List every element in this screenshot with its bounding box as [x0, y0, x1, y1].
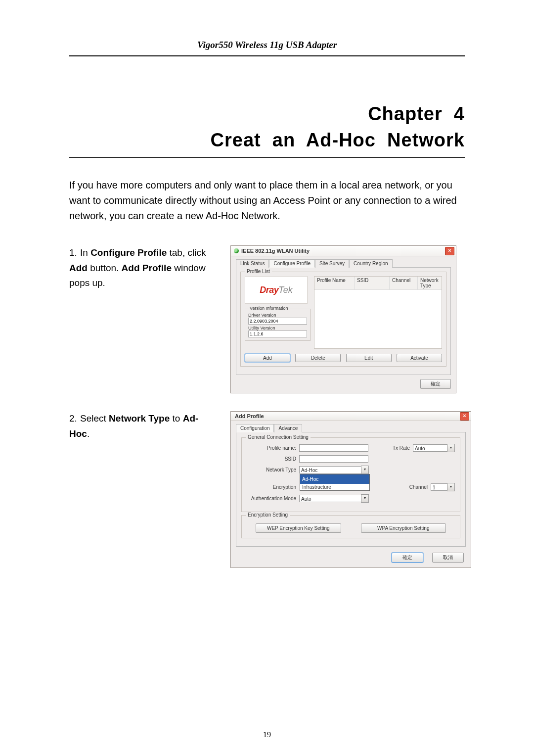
- network-type-options: Ad-Hoc Infrastructure: [300, 474, 370, 491]
- encryption-label: Encryption: [247, 484, 296, 490]
- channel-select[interactable]: 1: [431, 483, 447, 491]
- step-2-text: 2.Select Network Type to Ad-Hoc.: [69, 411, 218, 441]
- wlan-utility-dialog: IEEE 802.11g WLAN Utility × Link Status …: [230, 245, 456, 393]
- utility-version-field: [248, 331, 307, 337]
- cancel-button[interactable]: 取消: [432, 553, 464, 563]
- chapter-title: Creat an Ad-Hoc Network: [69, 127, 465, 153]
- profile-list[interactable]: Profile Name SSID Channel Network Type: [314, 276, 442, 349]
- network-type-select[interactable]: Ad-Hoc: [299, 466, 361, 473]
- draytek-logo: DrayTek: [245, 276, 308, 304]
- wpa-encryption-button[interactable]: WPA Encryption Setting: [361, 523, 446, 533]
- tab-advance[interactable]: Advance: [274, 424, 302, 432]
- profile-name-input[interactable]: [299, 444, 368, 452]
- encryption-setting-label: Encryption Setting: [246, 512, 290, 518]
- auth-mode-select[interactable]: Auto: [299, 495, 361, 502]
- page-number: 19: [0, 730, 534, 739]
- network-type-label: Network Type: [247, 467, 296, 472]
- chevron-down-icon[interactable]: ▾: [361, 466, 369, 474]
- option-ad-hoc[interactable]: Ad-Hoc: [300, 474, 369, 484]
- tab-country-region[interactable]: Country Region: [349, 259, 392, 268]
- utility-version-label: Utility Version: [248, 326, 307, 331]
- txrate-select[interactable]: Auto: [413, 444, 447, 452]
- version-info-label: Version Information: [248, 306, 290, 311]
- channel-label: Channel: [409, 484, 428, 490]
- intro-paragraph: If you have more computers and only want…: [69, 178, 465, 224]
- option-infrastructure[interactable]: Infrastructure: [300, 484, 369, 490]
- ssid-input[interactable]: [299, 455, 368, 463]
- wep-encryption-button[interactable]: WEP Encryption Key Setting: [256, 523, 341, 533]
- add-profile-dialog: Add Profile × Configuration Advance Gene…: [230, 411, 471, 568]
- col-profile-name[interactable]: Profile Name: [314, 277, 355, 289]
- driver-version-label: Driver Version: [248, 313, 307, 318]
- profile-name-label: Profile name:: [247, 445, 296, 451]
- running-head: Vigor550 Wireless 11g USB Adapter: [69, 40, 465, 50]
- tab-configure-profile[interactable]: Configure Profile: [269, 259, 314, 268]
- delete-button[interactable]: Delete: [295, 354, 341, 362]
- tab-link-status[interactable]: Link Status: [236, 259, 269, 268]
- col-ssid[interactable]: SSID: [355, 277, 390, 289]
- driver-version-field: [248, 318, 307, 325]
- edit-button[interactable]: Edit: [346, 354, 392, 362]
- dialog1-title: IEEE 802.11g WLAN Utility: [241, 248, 310, 254]
- heading-rule: [69, 157, 465, 158]
- tab-site-survey[interactable]: Site Survey: [315, 259, 349, 268]
- col-channel[interactable]: Channel: [390, 277, 418, 289]
- dialog1-tabs: Link Status Configure Profile Site Surve…: [231, 256, 456, 268]
- close-icon[interactable]: ×: [445, 247, 454, 255]
- chevron-down-icon[interactable]: ▾: [361, 494, 369, 503]
- chevron-down-icon[interactable]: ▾: [447, 483, 455, 491]
- top-rule: [69, 55, 465, 56]
- dialog2-title: Add Profile: [235, 413, 264, 419]
- ok-button[interactable]: 確定: [392, 553, 423, 563]
- activate-button[interactable]: Activate: [397, 354, 442, 362]
- auth-mode-label: Authentication Mode: [247, 496, 296, 501]
- ssid-label: SSID: [247, 456, 296, 462]
- close-icon[interactable]: ×: [460, 412, 469, 421]
- step-1-text: 1.In Configure Profile tab, click Add bu…: [69, 245, 218, 290]
- ok-button[interactable]: 確定: [420, 379, 451, 389]
- app-icon: [234, 248, 239, 253]
- general-connection-label: General Connection Setting: [246, 434, 311, 440]
- chapter-number: Chapter 4: [69, 101, 465, 127]
- profile-list-label: Profile List: [245, 269, 272, 274]
- add-button[interactable]: Add: [245, 354, 290, 362]
- chevron-down-icon[interactable]: ▾: [447, 444, 455, 452]
- tab-configuration[interactable]: Configuration: [236, 424, 274, 432]
- col-network-type[interactable]: Network Type: [418, 277, 442, 289]
- txrate-label: Tx Rate: [393, 445, 410, 451]
